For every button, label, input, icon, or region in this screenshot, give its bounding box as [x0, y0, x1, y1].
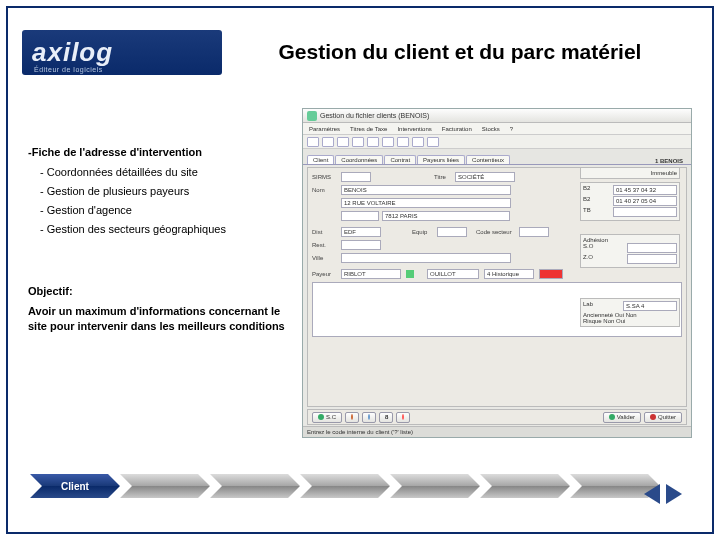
tab-contrat[interactable]: Contrat — [384, 155, 416, 164]
menu-item[interactable]: Stocks — [482, 126, 500, 132]
breadcrumb-step — [210, 474, 300, 498]
breadcrumb-step — [120, 474, 210, 498]
toolbar-icon[interactable] — [382, 137, 394, 147]
titre-field[interactable]: SOCIÉTÉ — [455, 172, 515, 182]
brand-name: axilog — [32, 37, 113, 68]
toolbar-icon[interactable] — [337, 137, 349, 147]
sect-field[interactable]: OUILLOT — [427, 269, 479, 279]
breadcrumb-label: Client — [30, 474, 120, 498]
app-icon — [307, 111, 317, 121]
form-panel: SIRMS Titre SOCIÉTÉ Nom BENOIS 12 RUE VO… — [307, 167, 687, 407]
toolbar — [303, 135, 691, 149]
menubar: Paramètres Titres de Taxe Interventions … — [303, 123, 691, 135]
breadcrumb-step — [300, 474, 390, 498]
toolbar-icon[interactable] — [352, 137, 364, 147]
footer-icon-button[interactable] — [396, 412, 410, 423]
footer-icon-button[interactable] — [362, 412, 376, 423]
header-id: 1 BENOIS — [655, 158, 687, 164]
page-title: Gestion du client et du parc matériel — [222, 40, 698, 64]
field-label: Equip — [412, 229, 434, 235]
text-column: -Fiche de l'adresse d'intervention - Coo… — [28, 108, 288, 452]
menu-item[interactable]: Interventions — [397, 126, 431, 132]
app-screenshot: Gestion du fichier clients (BENOIS) Para… — [302, 108, 692, 438]
tb-field[interactable] — [613, 207, 677, 217]
field-label: Titre — [434, 174, 452, 180]
phone-field[interactable]: 01 40 27 05 04 — [613, 196, 677, 206]
field-label: Code secteur — [476, 229, 516, 235]
window-title: Gestion du fichier clients (BENOIS) — [320, 112, 429, 119]
field-label: SIRMS — [312, 174, 338, 180]
bullet-list: - Coordonnées détaillées du site - Gesti… — [28, 166, 288, 235]
prev-arrow-icon[interactable] — [644, 484, 660, 504]
menu-item[interactable]: Titres de Taxe — [350, 126, 387, 132]
quitter-button[interactable]: Quitter — [644, 412, 682, 423]
slide-header: axilog Éditeur de logiciels Gestion du c… — [22, 22, 698, 82]
codese-field[interactable] — [519, 227, 549, 237]
list-item: - Gestion de plusieurs payeurs — [40, 185, 288, 197]
lab-field[interactable]: S.SA 4 — [623, 301, 677, 311]
menu-item[interactable]: Facturation — [442, 126, 472, 132]
toolbar-icon[interactable] — [367, 137, 379, 147]
next-arrow-icon[interactable] — [666, 484, 682, 504]
objective-label: Objectif: — [28, 285, 288, 297]
brand-tagline: Éditeur de logiciels — [34, 66, 103, 73]
phone-box: B201 45 37 04 32 B201 40 27 05 04 TB — [580, 182, 680, 221]
window-titlebar: Gestion du fichier clients (BENOIS) — [303, 109, 691, 123]
breadcrumb-step-active: Client — [30, 474, 120, 498]
ville2-field[interactable] — [341, 253, 511, 263]
valider-button[interactable]: Valider — [603, 412, 641, 423]
sirms-field[interactable] — [341, 172, 371, 182]
toolbar-icon[interactable] — [427, 137, 439, 147]
cp-field[interactable] — [341, 211, 379, 221]
list-item: - Coordonnées détaillées du site — [40, 166, 288, 178]
so-field[interactable] — [627, 243, 677, 253]
payeur-field[interactable]: RIBLOT — [341, 269, 401, 279]
field-label: Ville — [312, 255, 338, 261]
adresse-field[interactable]: 12 RUE VOLTAIRE — [341, 198, 511, 208]
box-title: Immeuble — [583, 170, 677, 176]
toolbar-icon[interactable] — [397, 137, 409, 147]
lab-box: LabS.SA 4 Ancienneté Oui Non Risque Non … — [580, 298, 680, 327]
immeuble-box: Immeuble — [580, 167, 680, 179]
form-footer: S.C 8 Valider Quitter — [307, 409, 687, 425]
toolbar-icon[interactable] — [412, 137, 424, 147]
ville-field[interactable]: 7812 PARIS — [382, 211, 510, 221]
nom-field[interactable]: BENOIS — [341, 185, 511, 195]
alert-indicator — [539, 269, 563, 279]
tabstrip: Client Coordonnées Contrat Payeurs liées… — [303, 149, 691, 165]
tab-payeurs[interactable]: Payeurs liées — [417, 155, 465, 164]
phone-field[interactable]: 01 45 37 04 32 — [613, 185, 677, 195]
field-label: Nom — [312, 187, 338, 193]
statusbar: Entrez le code interne du client ('?' li… — [303, 426, 691, 437]
histo-button[interactable]: 4 Historique — [484, 269, 534, 279]
footer-icon-button[interactable]: 8 — [379, 412, 393, 423]
tab-coordonnees[interactable]: Coordonnées — [335, 155, 383, 164]
list-item: - Gestion d'agence — [40, 204, 288, 216]
slide-frame: axilog Éditeur de logiciels Gestion du c… — [6, 6, 714, 534]
zo-field[interactable] — [627, 254, 677, 264]
tab-client[interactable]: Client — [307, 155, 334, 164]
list-item: - Gestion des secteurs géographiques — [40, 223, 288, 235]
toolbar-icon[interactable] — [322, 137, 334, 147]
footer-icon-button[interactable] — [345, 412, 359, 423]
menu-item[interactable]: Paramètres — [309, 126, 340, 132]
risque-radio[interactable]: Risque Non Oui — [583, 318, 677, 324]
dist-field[interactable]: EDF — [341, 227, 381, 237]
field-label: Payeur — [312, 271, 338, 277]
breadcrumb-trail: Client — [30, 474, 690, 498]
rest-field[interactable] — [341, 240, 381, 250]
section-heading: -Fiche de l'adresse d'intervention — [28, 146, 288, 158]
toolbar-icon[interactable] — [307, 137, 319, 147]
breadcrumb-step — [390, 474, 480, 498]
adhesion-box: Adhésion S.O Z.O — [580, 234, 680, 268]
menu-item[interactable]: ? — [510, 126, 513, 132]
equip-field[interactable] — [437, 227, 467, 237]
breadcrumb-step — [480, 474, 570, 498]
field-label: Rest. — [312, 242, 338, 248]
brand-logo: axilog Éditeur de logiciels — [22, 30, 222, 75]
sc-button[interactable]: S.C — [312, 412, 342, 423]
search-icon[interactable] — [406, 270, 414, 278]
field-label: Dist — [312, 229, 338, 235]
objective-text: Avoir un maximum d'informations concerna… — [28, 304, 288, 334]
tab-contentieux[interactable]: Contentieux — [466, 155, 510, 164]
